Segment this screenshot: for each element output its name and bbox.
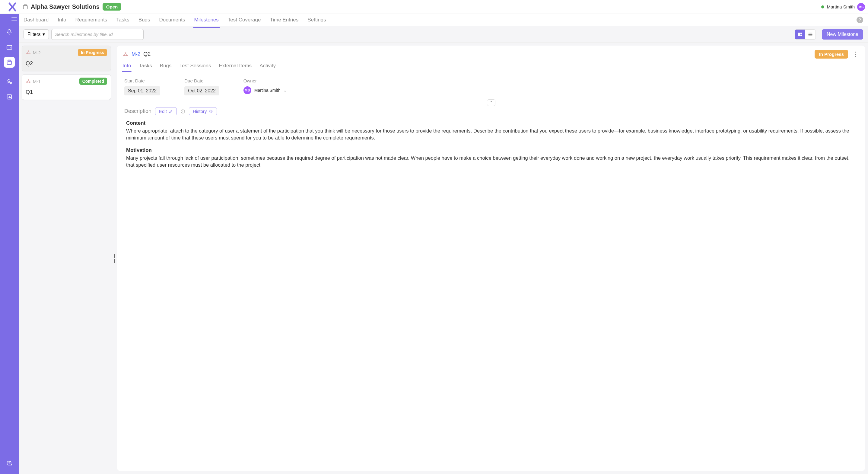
owner-picker[interactable]: MS Martina Smith ⌄: [244, 86, 287, 94]
due-date-field: Due Date Oct 02, 2022: [184, 78, 219, 95]
info-icon[interactable]: [180, 109, 185, 114]
start-date-label: Start Date: [124, 78, 160, 83]
collapse-toggle-icon[interactable]: ⌃: [487, 99, 495, 106]
description-header: Description Edit History: [124, 107, 858, 115]
tab-time-entries[interactable]: Time Entries: [270, 14, 299, 25]
sidebar-item-users[interactable]: [4, 77, 15, 87]
project-breadcrumb[interactable]: Alpha Sawyer Solutions: [22, 3, 99, 10]
svg-point-18: [123, 55, 125, 56]
svg-rect-10: [800, 34, 802, 36]
sidebar-item-notifications[interactable]: [4, 27, 15, 37]
description-content: Content Where appropriate, attach to the…: [124, 120, 858, 169]
detail-header: M-2 Q2 In Progress ⋮: [117, 46, 865, 59]
svg-point-5: [8, 80, 10, 82]
project-name: Alpha Sawyer Solutions: [31, 3, 99, 10]
tab-dashboard[interactable]: Dashboard: [24, 14, 49, 25]
edit-description-button[interactable]: Edit: [155, 107, 177, 115]
search-input[interactable]: [51, 29, 144, 40]
detail-tab-info[interactable]: Info: [123, 63, 131, 72]
status-badge: Completed: [79, 78, 107, 85]
more-actions-icon[interactable]: ⋮: [851, 51, 860, 58]
chevron-down-icon: ⌄: [283, 88, 287, 93]
svg-point-6: [10, 82, 12, 84]
tab-test-coverage[interactable]: Test Coverage: [228, 14, 261, 25]
new-milestone-button[interactable]: New Milestone: [822, 29, 863, 39]
sidebar-collapse-icon[interactable]: [11, 17, 17, 21]
description-label: Description: [124, 108, 151, 114]
help-icon[interactable]: ?: [857, 17, 863, 23]
history-icon: [209, 109, 213, 114]
svg-rect-9: [800, 33, 802, 34]
sidebar-item-reports[interactable]: [4, 91, 15, 102]
milestone-icon: [26, 50, 31, 55]
split-drag-handle[interactable]: [114, 254, 117, 263]
detail-status-badge[interactable]: In Progress: [815, 50, 848, 59]
detail-tab-activity[interactable]: Activity: [259, 63, 276, 72]
milestone-card[interactable]: M-1 Completed Q1: [22, 74, 111, 100]
svg-point-13: [29, 53, 30, 54]
detail-tab-test-sessions[interactable]: Test Sessions: [180, 63, 211, 72]
current-user-name[interactable]: Martina Smith: [827, 4, 855, 9]
project-icon: [22, 4, 28, 10]
svg-point-12: [27, 53, 27, 54]
tab-documents[interactable]: Documents: [159, 14, 185, 25]
svg-point-15: [27, 82, 27, 82]
due-date-label: Due Date: [184, 78, 219, 83]
tab-info[interactable]: Info: [58, 14, 66, 25]
milestone-title: Q2: [26, 60, 107, 67]
svg-rect-8: [798, 33, 800, 36]
presence-indicator-icon: [821, 5, 824, 8]
filters-button[interactable]: Filters ▾: [24, 29, 49, 39]
start-date-value[interactable]: Sep 01, 2022: [124, 86, 160, 95]
current-user-avatar[interactable]: MS: [857, 3, 865, 11]
content-body: Where appropriate, attach to the categor…: [126, 127, 856, 141]
filters-label: Filters: [27, 32, 41, 37]
detail-tab-tasks[interactable]: Tasks: [139, 63, 152, 72]
status-badge: In Progress: [78, 49, 107, 56]
detail-tabs: Info Tasks Bugs Test Sessions External I…: [117, 59, 865, 72]
svg-point-11: [28, 51, 29, 52]
view-list-button[interactable]: [805, 30, 815, 39]
app-logo[interactable]: [3, 2, 22, 12]
tab-requirements[interactable]: Requirements: [75, 14, 107, 25]
caret-down-icon: ▾: [42, 31, 45, 37]
content-split: M-2 In Progress Q2 M-1 Completed: [19, 42, 868, 474]
top-bar: Alpha Sawyer Solutions Open Martina Smit…: [0, 0, 868, 14]
motivation-body: Many projects fail through lack of user …: [126, 155, 856, 169]
detail-tab-bugs[interactable]: Bugs: [160, 63, 172, 72]
tab-milestones[interactable]: Milestones: [194, 14, 219, 25]
milestone-icon: [123, 51, 128, 57]
milestone-id: M-1: [33, 79, 41, 84]
view-card-button[interactable]: [795, 30, 805, 39]
pencil-icon: [169, 109, 173, 114]
svg-point-14: [28, 80, 29, 80]
owner-label: Owner: [244, 78, 287, 83]
sidebar-item-help[interactable]: [4, 458, 15, 469]
sidebar-item-projects[interactable]: [4, 57, 15, 68]
content-heading: Content: [126, 120, 856, 127]
breadcrumb-milestone-id[interactable]: M-2: [131, 51, 140, 57]
project-status-badge: Open: [102, 3, 121, 10]
tab-tasks[interactable]: Tasks: [116, 14, 129, 25]
due-date-value[interactable]: Oct 02, 2022: [184, 86, 219, 95]
milestone-card[interactable]: M-2 In Progress Q2: [22, 46, 111, 71]
edit-label: Edit: [159, 109, 167, 114]
milestone-icon: [26, 79, 31, 84]
project-tabs: Dashboard Info Requirements Tasks Bugs D…: [19, 14, 868, 26]
svg-point-16: [29, 82, 30, 82]
owner-avatar: MS: [244, 86, 251, 94]
fields-row: Start Date Sep 01, 2022 Due Date Oct 02,…: [124, 78, 858, 95]
app-sidebar: [0, 14, 19, 474]
breadcrumb-milestone-title: Q2: [143, 51, 151, 57]
svg-point-17: [125, 52, 126, 54]
view-toggle: [795, 29, 816, 39]
detail-body: Start Date Sep 01, 2022 Due Date Oct 02,…: [117, 72, 865, 471]
sidebar-item-dashboard[interactable]: [4, 42, 15, 53]
owner-field: Owner MS Martina Smith ⌄: [244, 78, 287, 95]
milestone-id: M-2: [33, 50, 41, 55]
history-button[interactable]: History: [189, 107, 217, 115]
sidebar-divider: [5, 72, 13, 72]
detail-tab-external-items[interactable]: External Items: [219, 63, 252, 72]
tab-settings[interactable]: Settings: [307, 14, 326, 25]
tab-bugs[interactable]: Bugs: [138, 14, 150, 25]
